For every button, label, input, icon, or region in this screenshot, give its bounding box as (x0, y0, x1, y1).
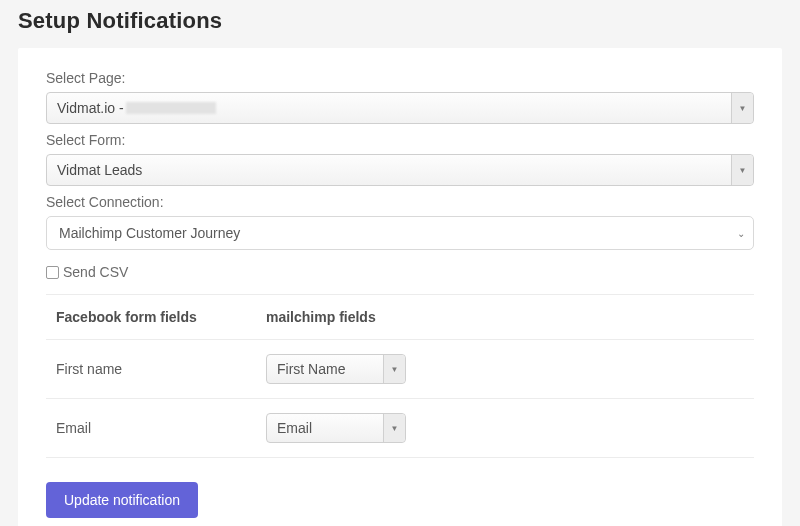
mapping-target-value: First Name (277, 361, 345, 377)
chevron-down-icon: ▼ (383, 414, 405, 442)
page-title: Setup Notifications (18, 8, 782, 34)
chevron-down-icon: ▼ (383, 355, 405, 383)
send-csv-checkbox[interactable] (46, 266, 59, 279)
send-csv-label[interactable]: Send CSV (63, 264, 128, 280)
mapping-source-value: Email (56, 420, 266, 436)
chevron-down-icon: ▼ (731, 155, 753, 185)
chevron-down-icon: ▼ (731, 93, 753, 123)
field-mapping-table: Facebook form fields mailchimp fields Fi… (46, 294, 754, 458)
select-connection-dropdown[interactable]: Mailchimp Customer Journey ⌄ (46, 216, 754, 250)
chevron-down-icon: ⌄ (737, 228, 745, 239)
select-form-value: Vidmat Leads (57, 162, 142, 178)
select-page-value-redacted (126, 102, 216, 114)
update-notification-button[interactable]: Update notification (46, 482, 198, 518)
mapping-header-row: Facebook form fields mailchimp fields (46, 295, 754, 340)
table-row: Email Email ▼ (46, 399, 754, 458)
notification-form-card: Select Page: Vidmat.io - ▼ Select Form: … (18, 48, 782, 526)
mapping-source-value: First name (56, 361, 266, 377)
select-page-value-prefix: Vidmat.io - (57, 100, 124, 116)
table-row: First name First Name ▼ (46, 340, 754, 399)
select-connection-value: Mailchimp Customer Journey (59, 225, 240, 241)
mapping-header-source: Facebook form fields (56, 309, 266, 325)
select-form-dropdown[interactable]: Vidmat Leads (46, 154, 754, 186)
mapping-target-value: Email (277, 420, 312, 436)
select-page-dropdown[interactable]: Vidmat.io - (46, 92, 754, 124)
select-connection-label: Select Connection: (46, 194, 754, 210)
mapping-header-target: mailchimp fields (266, 309, 446, 325)
select-page-label: Select Page: (46, 70, 754, 86)
select-form-label: Select Form: (46, 132, 754, 148)
